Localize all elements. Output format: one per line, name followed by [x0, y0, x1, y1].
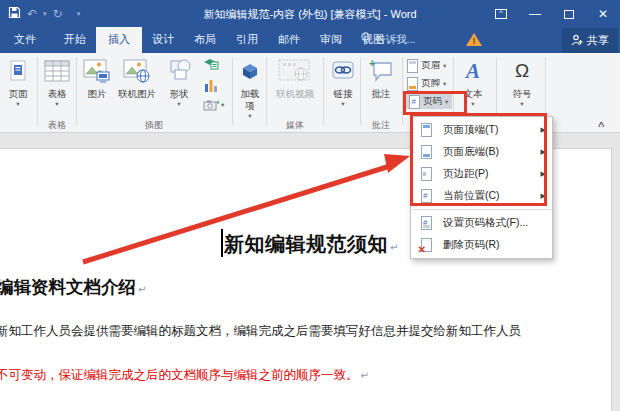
screenshot-icon[interactable]: + ▾: [203, 99, 224, 111]
tell-me-label: 告诉我...: [375, 33, 415, 47]
lightbulb-icon: [360, 32, 371, 47]
save-icon[interactable]: [8, 5, 21, 23]
top-of-page-icon: [421, 123, 432, 137]
pictures-button[interactable]: 图片: [80, 56, 114, 100]
dropdown-arrow-icon: ▾: [459, 101, 487, 108]
svg-text:+: +: [369, 58, 375, 69]
maximize-button[interactable]: [552, 0, 586, 28]
pages-label: 页面: [9, 88, 28, 99]
submenu-arrow-icon: ▶: [541, 148, 546, 156]
format-page-numbers-icon: #: [421, 216, 432, 230]
dropdown-arrow-icon: ▾: [443, 62, 446, 70]
window-controls: ^ — ✕: [484, 0, 620, 28]
menu-item-page-margins[interactable]: 页边距(P) ▶: [411, 163, 552, 185]
text-button[interactable]: A 文本 ▾: [459, 56, 487, 107]
addins-label: 加载项: [238, 88, 262, 112]
symbol-button[interactable]: Ω 符号 ▾: [506, 56, 538, 107]
dropdown-arrow-icon: ▾: [445, 98, 448, 106]
close-icon: ✕: [598, 7, 608, 21]
paragraph-mark: ↵: [361, 370, 369, 381]
dropdown-arrow-icon: ▾: [221, 102, 224, 109]
tab-insert[interactable]: 插入: [96, 27, 142, 53]
page-margins-icon: [421, 167, 432, 181]
submenu-arrow-icon: ▶: [541, 170, 546, 178]
ribbon-tab-bar: 文件 开始 插入 设计 布局 引用 邮件 审阅 视图: [0, 28, 620, 53]
submenu-arrow-icon: ▶: [541, 192, 546, 200]
chart-icon[interactable]: [203, 78, 219, 96]
header-label: 页眉: [421, 59, 440, 72]
online-picture-icon: [115, 56, 159, 86]
table-icon: [39, 56, 75, 86]
page-icon: [0, 56, 36, 86]
menu-item-top-of-page[interactable]: 页面顶端(T) ▶: [411, 119, 552, 141]
shapes-icon: [160, 56, 198, 86]
shapes-button[interactable]: 形状 ▾: [160, 56, 198, 107]
illustrations-small-buttons: + ▾: [203, 57, 224, 111]
link-icon: [327, 56, 359, 86]
dropdown-arrow-icon: ▾: [235, 113, 265, 120]
tab-layout[interactable]: 布局: [184, 27, 226, 53]
dropdown-arrow-icon: ▾: [0, 101, 36, 108]
pictures-label: 图片: [88, 88, 107, 99]
comment-button[interactable]: + 批注: [363, 56, 399, 100]
picture-icon: [80, 56, 114, 86]
minimize-button[interactable]: —: [518, 0, 552, 28]
bottom-of-page-icon: [421, 145, 432, 159]
undo-icon[interactable]: ↶: [27, 8, 37, 20]
undo-dropdown-icon[interactable]: ▾: [43, 10, 47, 18]
menu-separator: [412, 209, 551, 210]
addins-icon: [235, 56, 265, 86]
dropdown-arrow-icon: ▾: [39, 101, 75, 108]
quick-access-toolbar: ↶ ▾ ↻ ▾: [0, 5, 80, 23]
person-icon: [571, 34, 583, 48]
menu-item-bottom-of-page[interactable]: 页面底端(B) ▶: [411, 141, 552, 163]
tell-me-box[interactable]: 告诉我...: [360, 32, 415, 47]
footer-label: 页脚: [421, 77, 440, 90]
online-video-icon: [269, 56, 321, 86]
tab-home[interactable]: 开始: [54, 27, 96, 53]
maximize-icon: [564, 10, 574, 19]
menu-item-current-position[interactable]: # 当前位置(C) ▶: [411, 185, 552, 207]
header-button[interactable]: 页眉 ▾: [407, 58, 446, 73]
submenu-arrow-icon: ▶: [541, 126, 546, 134]
menu-item-remove-page-numbers[interactable]: ✕ 删除页码(R): [411, 234, 552, 256]
title-bar: ↶ ▾ ↻ ▾ 新知编辑规范-内容 (外包) [兼容模式] - Word ^ —…: [0, 0, 620, 28]
close-button[interactable]: ✕: [586, 0, 620, 28]
redo-icon[interactable]: ↻: [53, 8, 63, 20]
menu-item-format-page-numbers[interactable]: # 设置页码格式(F)...: [411, 212, 552, 234]
tab-mailings[interactable]: 邮件: [268, 27, 310, 53]
addins-button[interactable]: 加载项 ▾: [235, 56, 265, 119]
svg-text:+: +: [216, 99, 219, 106]
tab-design[interactable]: 设计: [142, 27, 184, 53]
ribbon-display-options-icon: ^: [495, 9, 507, 19]
omega-icon: Ω: [515, 59, 529, 83]
group-label-comments: 批注: [363, 119, 399, 132]
warning-exclamation: !: [473, 36, 476, 46]
tab-references[interactable]: 引用: [226, 27, 268, 53]
smartart-icon[interactable]: [203, 57, 219, 75]
collapse-ribbon-icon[interactable]: ^: [598, 120, 604, 132]
wordart-icon: A: [466, 58, 480, 84]
online-video-button[interactable]: 联机视频: [269, 56, 321, 100]
customize-qat-icon[interactable]: ▾: [77, 10, 81, 18]
document-title: 新知编辑规范须知↵: [224, 231, 399, 258]
online-video-label: 联机视频: [276, 88, 314, 99]
paragraph-mark: ↵: [138, 284, 146, 295]
header-icon: [407, 59, 418, 73]
tab-review[interactable]: 审阅: [310, 27, 352, 53]
tab-file[interactable]: 文件: [4, 27, 46, 53]
link-button[interactable]: 链接 ▾: [327, 56, 359, 107]
online-pictures-button[interactable]: 联机图片: [115, 56, 159, 100]
symbol-label: 符号: [513, 88, 532, 99]
share-label: 共享: [587, 33, 609, 48]
ribbon-display-options-button[interactable]: ^: [484, 0, 518, 28]
share-button[interactable]: 共享: [562, 28, 618, 53]
pages-button[interactable]: 页面 ▾: [0, 56, 36, 107]
word-window: ↶ ▾ ↻ ▾ 新知编辑规范-内容 (外包) [兼容模式] - Word ^ —…: [0, 0, 620, 411]
document-red-note: 不可变动，保证编辑完成之后的文档顺序与编辑之前的顺序一致。↵: [0, 367, 369, 384]
warning-icon[interactable]: !: [466, 33, 482, 47]
page-number-button[interactable]: # 页码 ▾: [406, 94, 452, 109]
footer-button[interactable]: 页脚 ▾: [407, 76, 446, 91]
group-label-media: 媒体: [269, 119, 321, 132]
table-button[interactable]: 表格 ▾: [39, 56, 75, 107]
